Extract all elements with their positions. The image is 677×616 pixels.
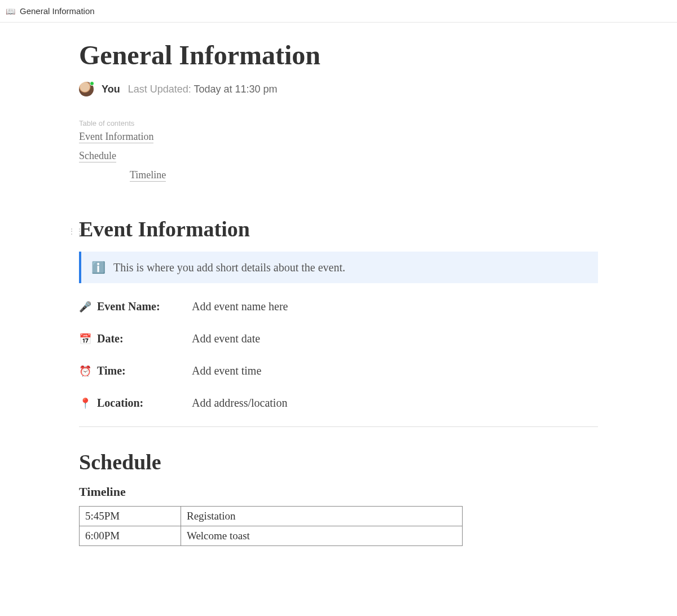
topbar: 📖 General Information (0, 0, 677, 23)
heading-schedule[interactable]: Schedule (79, 450, 598, 474)
toc-link-schedule[interactable]: Schedule (79, 150, 116, 162)
heading-event-information[interactable]: Event Information (79, 217, 598, 241)
timeline-table: 5:45PM Registation 6:00PM Welcome toast (79, 506, 463, 546)
label-time: ⏰ Time: (79, 364, 192, 377)
value-time[interactable]: Add event time (192, 364, 598, 377)
toc-link-event-information[interactable]: Event Information (79, 131, 153, 143)
label-event-name: 🎤 Event Name: (79, 300, 192, 313)
page-body: General Information You Last Updated: To… (79, 23, 598, 569)
meta-row: You Last Updated: Today at 11:30 pm (79, 82, 598, 96)
timeline-time[interactable]: 5:45PM (80, 507, 181, 526)
info-callout[interactable]: ℹ️ This is where you add short details a… (79, 252, 598, 283)
toc-link-timeline[interactable]: Timeline (130, 169, 166, 182)
callout-text: This is where you add short details abou… (113, 261, 345, 274)
book-icon: 📖 (6, 7, 15, 16)
label-time-text: Time: (97, 364, 126, 377)
timeline-desc[interactable]: Welcome toast (181, 526, 463, 546)
author-avatar[interactable] (79, 82, 94, 96)
label-location: 📍 Location: (79, 397, 192, 410)
heading-timeline[interactable]: Timeline (79, 485, 598, 499)
calendar-icon: 📅 (79, 333, 91, 345)
page-title[interactable]: General Information (79, 39, 598, 71)
label-location-text: Location: (97, 397, 143, 410)
event-info-grid: 🎤 Event Name: Add event name here 📅 Date… (79, 300, 598, 410)
author-name[interactable]: You (102, 83, 120, 95)
drag-handle-icon[interactable]: ⋮⋮ (68, 227, 83, 236)
clock-icon: ⏰ (79, 365, 91, 377)
label-event-name-text: Event Name: (97, 300, 160, 313)
timeline-desc[interactable]: Registation (181, 507, 463, 526)
label-date-text: Date: (97, 332, 124, 345)
presence-dot-icon (90, 81, 94, 86)
value-date[interactable]: Add event date (192, 332, 598, 345)
divider (79, 426, 598, 427)
toc-label: Table of contents (79, 119, 598, 127)
timeline-time[interactable]: 6:00PM (80, 526, 181, 546)
value-event-name[interactable]: Add event name here (192, 300, 598, 313)
microphone-icon: 🎤 (79, 301, 91, 313)
table-of-contents: Table of contents Event Information Sche… (79, 119, 598, 188)
value-location[interactable]: Add address/location (192, 397, 598, 410)
label-date: 📅 Date: (79, 332, 192, 345)
table-row[interactable]: 6:00PM Welcome toast (80, 526, 463, 546)
topbar-title: General Information (20, 6, 95, 16)
table-row[interactable]: 5:45PM Registation (80, 507, 463, 526)
pin-icon: 📍 (79, 397, 91, 410)
updated-value: Today at 11:30 pm (194, 83, 277, 95)
info-icon: ℹ️ (91, 261, 105, 274)
updated-label: Last Updated: (128, 83, 191, 95)
